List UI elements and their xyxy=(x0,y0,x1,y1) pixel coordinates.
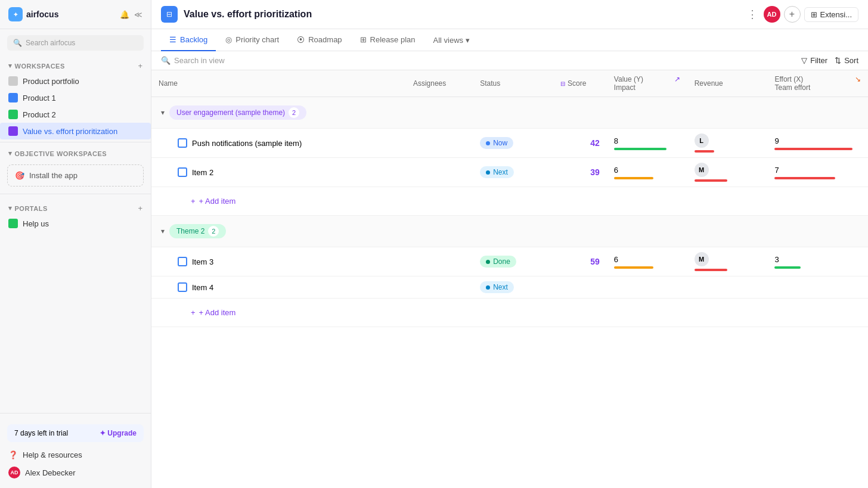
add-portal-icon[interactable]: + xyxy=(138,204,142,213)
sidebar-item-value-vs-effort[interactable]: Value vs. effort prioritization xyxy=(0,123,151,139)
tab-backlog[interactable]: ☰ Backlog xyxy=(161,29,216,51)
item-icon xyxy=(178,257,187,266)
product-2-icon xyxy=(8,110,18,119)
global-search[interactable]: 🔍 Search airfocus xyxy=(7,35,144,51)
filter-button[interactable]: ▽ Filter xyxy=(801,56,827,65)
item-name[interactable]: Push notifications (sample item) xyxy=(192,139,302,148)
add-item-button[interactable]: + + Add item xyxy=(159,192,861,210)
col-header-impact: Value (Y) ↗ Impact xyxy=(607,70,687,97)
tab-roadmap[interactable]: ⦿ Roadmap xyxy=(289,29,350,51)
tab-priority-chart[interactable]: ◎ Priority chart xyxy=(217,29,287,51)
search-placeholder: Search airfocus xyxy=(26,39,75,47)
add-item-label: + Add item xyxy=(199,308,236,317)
status-badge[interactable]: Next xyxy=(480,281,514,293)
sidebar-item-product-2[interactable]: Product 2 xyxy=(0,106,151,123)
sidebar-item-label: Product portfolio xyxy=(23,77,79,86)
item-revenue-cell: M xyxy=(687,158,768,187)
item-name[interactable]: Item 3 xyxy=(192,257,213,266)
priority-chart-icon: ◎ xyxy=(225,35,232,44)
add-item-icon: + xyxy=(191,308,196,317)
all-views-label: All views xyxy=(433,36,463,45)
group-badge[interactable]: Theme 2 2 xyxy=(169,224,226,238)
status-badge[interactable]: Done xyxy=(480,256,516,268)
item-team-effort-cell: 3 xyxy=(767,247,868,276)
item-status-cell: Next xyxy=(473,158,553,187)
sort-button[interactable]: ⇅ Sort xyxy=(835,56,858,65)
extensions-button[interactable]: ⊞ Extensi... xyxy=(804,7,858,22)
add-workspace-icon[interactable]: + xyxy=(138,61,142,70)
item-name-cell: Item 4 xyxy=(151,276,406,299)
search-in-view[interactable]: 🔍 Search in view xyxy=(161,56,801,65)
add-member-button[interactable]: + xyxy=(784,6,801,23)
help-resources-item[interactable]: ❓ Help & resources xyxy=(0,447,151,463)
group-cell: ▾ Theme 2 2 xyxy=(151,216,868,247)
upgrade-button[interactable]: ✦ Upgrade xyxy=(100,429,137,437)
topbar-actions: AD + ⊞ Extensi... xyxy=(764,6,858,23)
item-icon xyxy=(178,138,187,148)
install-app-label: Install the app xyxy=(29,171,78,180)
status-badge[interactable]: Next xyxy=(480,166,514,178)
search-in-view-placeholder: Search in view xyxy=(174,56,225,65)
notifications-icon[interactable]: 🔔 xyxy=(120,10,129,19)
group-badge[interactable]: User engagement (sample theme) 2 xyxy=(169,105,306,120)
user-avatar-topbar: AD xyxy=(764,6,780,23)
trial-bar: 7 days left in trial ✦ Upgrade xyxy=(7,424,144,442)
item-team-effort-cell xyxy=(767,276,868,299)
filter-icon: ▽ xyxy=(801,56,807,65)
item-assignees-cell xyxy=(406,158,473,187)
item-impact-cell: 6 xyxy=(607,158,687,187)
search-in-view-icon: 🔍 xyxy=(161,56,170,65)
status-badge[interactable]: Now xyxy=(480,137,513,149)
portals-section: ▾ PORTALS + Help us xyxy=(0,197,151,234)
portals-chevron[interactable]: ▾ xyxy=(8,204,13,212)
topbar: ⊟ Value vs. effort prioritization ⋮ AD +… xyxy=(151,0,868,29)
col-header-name: Name xyxy=(151,70,406,97)
add-item-button[interactable]: + + Add item xyxy=(159,303,861,322)
page-title: Value vs. effort prioritization xyxy=(184,9,741,20)
release-plan-label: Release plan xyxy=(370,35,416,44)
sidebar-item-help-us[interactable]: Help us xyxy=(0,215,151,232)
help-us-icon xyxy=(8,219,18,228)
user-name-label: Alex Debecker xyxy=(25,468,76,477)
tab-release-plan[interactable]: ⊞ Release plan xyxy=(352,29,424,51)
item-revenue-cell xyxy=(687,276,768,299)
extensions-grid-icon: ⊞ xyxy=(811,10,817,19)
col-header-assignees: Assignees xyxy=(406,70,473,97)
sort-icon: ⇅ xyxy=(835,56,841,65)
item-score-cell: 42 xyxy=(553,129,607,158)
sidebar-item-product-1[interactable]: Product 1 xyxy=(0,89,151,106)
group-collapse-btn[interactable]: ▾ xyxy=(161,227,165,235)
status-dot xyxy=(486,141,490,145)
table-row: Item 3 Done 59 6 M 3 xyxy=(151,247,868,276)
objective-chevron[interactable]: ▾ xyxy=(8,150,13,157)
table-header-row: Name Assignees Status ⊟ Score xyxy=(151,70,868,97)
roadmap-label: Roadmap xyxy=(308,35,342,44)
install-app-button[interactable]: 🎯 Install the app xyxy=(7,164,144,187)
user-profile-item[interactable]: AD Alex Debecker xyxy=(0,463,151,482)
group-collapse-btn[interactable]: ▾ xyxy=(161,108,165,117)
table-row: Item 2 Next 39 6 M 7 xyxy=(151,158,868,187)
item-assignees-cell xyxy=(406,129,473,158)
add-item-cell: + + Add item xyxy=(151,299,868,327)
workspaces-chevron[interactable]: ▾ xyxy=(8,62,13,70)
backlog-tab-label: Backlog xyxy=(180,35,207,44)
item-name[interactable]: Item 2 xyxy=(192,168,213,177)
sidebar-item-product-portfolio[interactable]: Product portfolio xyxy=(0,73,151,89)
group-row: ▾ Theme 2 2 xyxy=(151,216,868,247)
help-resources-label: Help & resources xyxy=(23,450,82,459)
value-vs-effort-icon xyxy=(8,126,18,136)
collapse-sidebar-icon[interactable]: ≪ xyxy=(134,10,142,19)
item-status-cell: Done xyxy=(473,247,553,276)
all-views-dropdown[interactable]: All views ▾ xyxy=(424,30,478,51)
item-name-cell: Item 3 xyxy=(151,247,406,276)
group-cell: ▾ User engagement (sample theme) 2 xyxy=(151,97,868,129)
item-revenue-cell: L xyxy=(687,129,768,158)
group-row: ▾ User engagement (sample theme) 2 xyxy=(151,97,868,129)
item-name[interactable]: Item 4 xyxy=(192,283,213,292)
sidebar-item-label: Product 2 xyxy=(23,110,56,119)
add-item-row: + + Add item xyxy=(151,187,868,216)
page-menu-icon[interactable]: ⋮ xyxy=(747,8,758,21)
sidebar-header: ✦ airfocus 🔔 ≪ xyxy=(0,0,151,29)
table-container: Name Assignees Status ⊟ Score xyxy=(151,70,868,488)
backlog-table: Name Assignees Status ⊟ Score xyxy=(151,70,868,327)
